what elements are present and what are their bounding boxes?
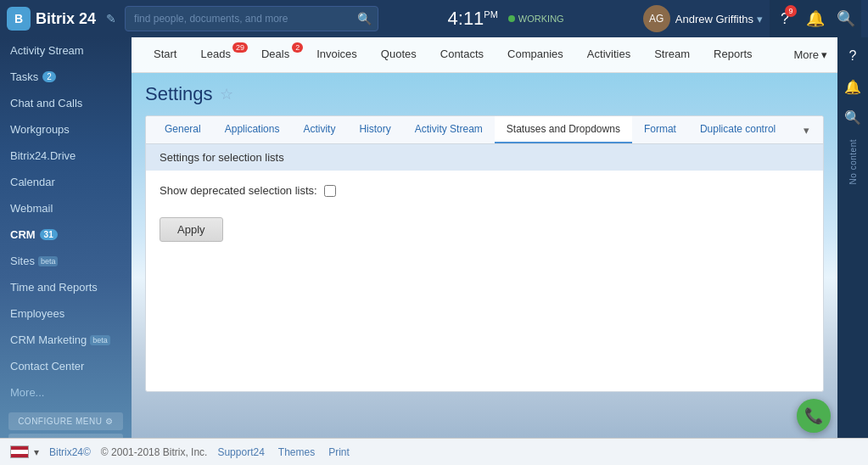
crm-nav-label: Leads <box>200 48 230 60</box>
logo-icon: B <box>7 7 31 31</box>
tab-label: History <box>359 123 390 135</box>
tab-general[interactable]: General <box>153 116 213 143</box>
tab-format[interactable]: Format <box>632 116 688 143</box>
section-header-text: Settings for selection lists <box>160 151 284 164</box>
crm-nav-leads[interactable]: Leads 29 <box>188 37 249 73</box>
header-user: AG Andrew Griffiths ▾ <box>643 5 763 32</box>
settings-wrapper: Settings ☆ General Applications Activity… <box>132 73 837 438</box>
apply-button[interactable]: Apply <box>160 217 223 242</box>
sites-beta-badge: beta <box>38 256 59 266</box>
tab-history[interactable]: History <box>347 116 402 143</box>
settings-title: Settings ☆ <box>145 83 824 105</box>
sidebar-item-bitrix24-drive[interactable]: Bitrix24.Drive <box>0 143 132 169</box>
right-panel: ? 🔔 🔍 No content <box>837 37 868 438</box>
crm-nav-label: Quotes <box>381 48 417 60</box>
main-layout: Activity Stream Tasks 2 Chat and Calls W… <box>0 37 868 438</box>
right-panel-question[interactable]: ? <box>837 41 868 71</box>
sidebar-item-calendar[interactable]: Calendar <box>0 169 132 195</box>
crm-nav-contacts[interactable]: Contacts <box>428 37 496 73</box>
sidebar-item-webmail[interactable]: Webmail <box>0 195 132 221</box>
configure-label: Configure Menu <box>18 417 102 426</box>
clock-time: 4:11PM <box>448 8 498 30</box>
more-label: More... <box>10 386 44 399</box>
crm-nav: Start Leads 29 Deals 2 Invoices Quotes C… <box>132 37 837 73</box>
language-flag[interactable] <box>10 445 29 458</box>
settings-body: Show deprecated selection lists: Apply <box>146 171 823 391</box>
right-panel-bell[interactable]: 🔔 <box>837 71 868 102</box>
crm-nav-label: Companies <box>507 48 563 60</box>
crm-nav-companies[interactable]: Companies <box>496 37 575 73</box>
show-deprecated-label: Show deprecated selection lists: <box>160 184 317 197</box>
sidebar-item-label: Workgroups <box>10 123 70 136</box>
favorite-star-icon[interactable]: ☆ <box>220 85 233 104</box>
crm-nav-activities[interactable]: Activities <box>575 37 642 73</box>
tab-applications[interactable]: Applications <box>213 116 292 143</box>
tab-duplicate-control[interactable]: Duplicate control <box>688 116 787 143</box>
crm-nav-label: Contacts <box>440 48 484 60</box>
tab-label: Format <box>644 123 676 135</box>
crm-nav-reports[interactable]: Reports <box>702 37 764 73</box>
crm-nav-quotes[interactable]: Quotes <box>369 37 428 73</box>
notifications-button[interactable]: 🔔 <box>800 0 831 37</box>
sidebar-item-label: Tasks <box>10 70 38 83</box>
crm-marketing-beta-badge: beta <box>90 335 110 345</box>
edit-icon[interactable]: ✎ <box>106 12 116 25</box>
work-status[interactable]: WORKING <box>508 14 564 24</box>
flag-arrow[interactable]: ▾ <box>34 446 39 458</box>
crm-nav-label: Start <box>154 48 176 60</box>
header: B Bitrix 24 ✎ 🔍 4:11PM WORKING AG Andrew… <box>0 0 868 37</box>
sidebar-item-workgroups[interactable]: Workgroups <box>0 116 132 143</box>
tab-activity-stream[interactable]: Activity Stream <box>403 116 495 143</box>
crm-nav-deals[interactable]: Deals 2 <box>249 37 305 73</box>
tab-activity[interactable]: Activity <box>291 116 347 143</box>
sidebar-item-crm[interactable]: CRM 31 <box>0 221 132 248</box>
tab-label: Statuses and Dropdowns <box>507 123 620 135</box>
sidebar-item-crm-marketing[interactable]: CRM Marketing beta <box>0 327 132 353</box>
crm-nav-label: Reports <box>714 48 753 60</box>
footer-support[interactable]: Support24 <box>217 446 264 458</box>
crm-nav-invoices[interactable]: Invoices <box>305 37 369 73</box>
crm-nav-more[interactable]: More ▾ <box>793 48 827 61</box>
configure-icon: ⚙ <box>105 417 114 426</box>
search-icon: 🔍 <box>357 12 372 25</box>
sidebar-item-tasks[interactable]: Tasks 2 <box>0 64 132 90</box>
sidebar-item-label: Bitrix24.Drive <box>10 149 76 162</box>
phone-fab-button[interactable]: 📞 <box>797 399 831 433</box>
sidebar-item-label: Calendar <box>10 176 55 188</box>
sidebar-item-employees[interactable]: Employees <box>0 300 132 327</box>
sidebar-item-label: Contact Center <box>10 360 84 373</box>
crm-nav-start[interactable]: Start <box>142 37 188 73</box>
user-dropdown-arrow[interactable]: ▾ <box>757 13 763 25</box>
footer: ▾ Bitrix24© © 2001-2018 Bitrix, Inc. Sup… <box>0 438 868 465</box>
no-content-label: No content <box>848 139 858 184</box>
sidebar-item-more[interactable]: More... <box>0 379 132 406</box>
notification-badge: 9 <box>785 5 797 17</box>
settings-panel: General Applications Activity History Ac… <box>145 115 824 392</box>
show-deprecated-checkbox[interactable] <box>324 185 336 197</box>
more-label: More <box>793 48 819 61</box>
tab-statuses-dropdowns[interactable]: Statuses and Dropdowns <box>495 116 632 143</box>
sidebar-item-time-reports[interactable]: Time and Reports <box>0 274 132 300</box>
sidebar-item-label: CRM <box>10 228 36 241</box>
tabs-more-button[interactable]: ▾ <box>797 117 816 143</box>
search-global-button[interactable]: 🔍 <box>831 0 861 37</box>
sidebar-item-activity-stream[interactable]: Activity Stream <box>0 37 132 64</box>
section-header: Settings for selection lists <box>146 144 823 171</box>
configure-menu-button[interactable]: Configure Menu ⚙ <box>8 412 123 430</box>
sidebar: Activity Stream Tasks 2 Chat and Calls W… <box>0 37 132 438</box>
footer-print[interactable]: Print <box>328 446 350 458</box>
right-panel-search[interactable]: 🔍 <box>837 102 868 132</box>
help-button[interactable]: ? 9 <box>770 0 800 37</box>
apply-label: Apply <box>177 223 205 236</box>
sidebar-item-sites[interactable]: Sites beta <box>0 248 132 274</box>
sidebar-item-contact-center[interactable]: Contact Center <box>0 353 132 379</box>
footer-brand[interactable]: Bitrix24© <box>49 446 91 458</box>
crm-nav-stream[interactable]: Stream <box>642 37 702 73</box>
footer-themes[interactable]: Themes <box>278 446 315 458</box>
sidebar-item-chat-calls[interactable]: Chat and Calls <box>0 90 132 116</box>
crm-nav-label: Deals <box>261 48 289 60</box>
logo[interactable]: B Bitrix 24 <box>7 7 96 31</box>
search-input[interactable] <box>125 6 378 31</box>
crm-badge: 31 <box>40 229 58 240</box>
username[interactable]: Andrew Griffiths <box>675 13 753 25</box>
